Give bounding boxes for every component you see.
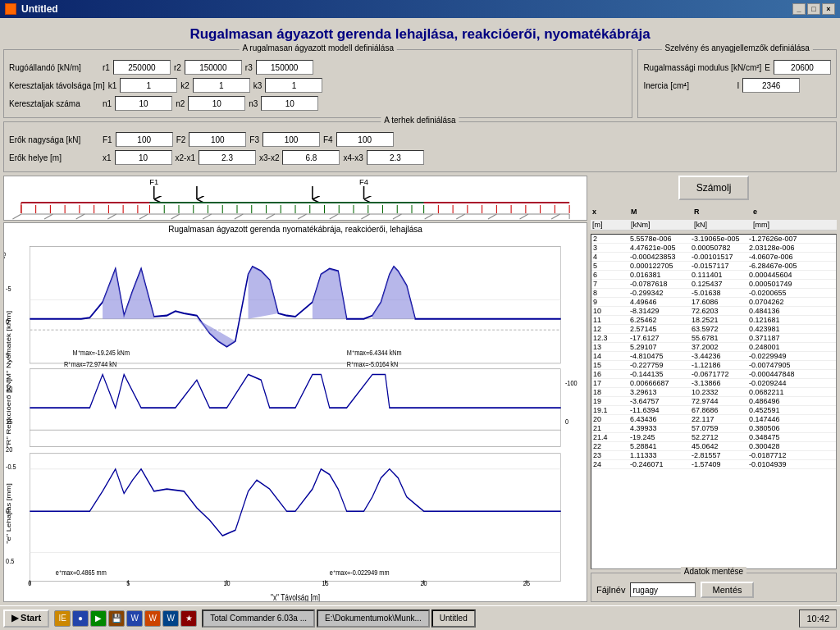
r1-input[interactable]: [113, 60, 171, 75]
svg-line-53: [76, 214, 84, 219]
taskbar-task-3[interactable]: Untitled: [431, 609, 476, 628]
i-input[interactable]: [742, 78, 800, 93]
k3-input[interactable]: [265, 78, 322, 93]
taskbar-icon-7[interactable]: W: [162, 610, 179, 627]
col-e-header: e: [753, 208, 831, 216]
svg-line-52: [44, 214, 52, 219]
results-table[interactable]: 2 5.5578e-006 -3.19065e-005 -1.27626e-00…: [591, 234, 837, 569]
svg-text:e⁺max=-0.022949 mm: e⁺max=-0.022949 mm: [330, 568, 390, 577]
taskbar-icon-5[interactable]: W: [126, 610, 143, 627]
svg-text:R⁺max=72.9744 kN: R⁺max=72.9744 kN: [64, 359, 116, 368]
taskbar-icon-8[interactable]: ★: [180, 610, 197, 627]
f3-input[interactable]: [262, 132, 320, 147]
taskbar-icons: IE ● ▶ 💾 W W W ★: [54, 610, 197, 627]
unit-e: [mm]: [753, 221, 831, 229]
x2x1-input[interactable]: [199, 150, 256, 165]
svg-line-51: [12, 214, 21, 219]
svg-line-55: [139, 214, 148, 219]
svg-text:e⁺max=0.4865 mm: e⁺max=0.4865 mm: [56, 568, 107, 577]
cross-num-row: Keresztaljak száma n1 n2 n3: [9, 96, 627, 111]
table-row: 12 2.57145 63.5972 0.423981: [591, 325, 836, 334]
cross-dist-row: Keresztaljak távolsága [m] k1 k2 k3: [9, 78, 627, 93]
chart-panel: Rugalmasan ágyazott gerenda nyomatékábrá…: [3, 222, 587, 602]
k1-input[interactable]: [120, 78, 177, 93]
table-row: 18 3.29613 10.2332 0.0682211: [591, 388, 836, 397]
unit-r: [kN]: [694, 221, 751, 229]
spring-label: Rugóállandó [kN/m]: [9, 63, 99, 72]
table-row: 19 -3.64757 72.9744 0.486496: [591, 397, 836, 406]
table-row: 21 4.39933 57.0759 0.380506: [591, 424, 836, 433]
e-label: E: [765, 63, 770, 72]
table-row: 16 -0.144135 -0.0671772 -0.000447848: [591, 370, 836, 379]
svg-line-60: [298, 214, 306, 219]
x1-input[interactable]: [115, 150, 172, 165]
main-content: F1 F4: [3, 176, 837, 602]
table-row: 17 0.00666687 -3.13866 -0.0209244: [591, 379, 836, 388]
taskbar-icon-1[interactable]: IE: [54, 610, 71, 627]
svg-line-59: [267, 214, 275, 219]
taskbar-icon-3[interactable]: ▶: [90, 610, 107, 627]
save-area-title: Adatok mentése: [681, 567, 746, 576]
table-row: 20 6.43436 22.117 0.147446: [591, 415, 836, 424]
filename-input[interactable]: [630, 582, 696, 597]
forces-row: Erők nagysága [kN] F1 F2 F3 F4: [9, 132, 831, 147]
x4x3-input[interactable]: [367, 150, 424, 165]
table-row: 9 4.49646 17.6086 0.0704262: [591, 298, 836, 307]
results-units-row: [m] [kNm] [kN] [mm]: [591, 220, 837, 231]
page-title: Rugalmasan ágyazott gerenda lehajlása, r…: [3, 26, 837, 43]
table-row: 7 -0.0787618 0.125437 0.000501749: [591, 280, 836, 289]
r3-label: r3: [245, 63, 253, 72]
table-row: 4 -0.000423853 -0.00101517 -4.0607e-006: [591, 253, 836, 262]
close-button[interactable]: ×: [822, 3, 835, 15]
svg-text:-0.5: -0.5: [6, 462, 16, 471]
k2-input[interactable]: [193, 78, 250, 93]
taskbar-icon-2[interactable]: ●: [72, 610, 89, 627]
window-content: Rugalmasan ágyazott gerenda lehajlása, r…: [0, 18, 840, 605]
svg-text:"M" Nyomaték [kNm]: "M" Nyomaték [kNm]: [5, 311, 12, 382]
f1-input[interactable]: [116, 132, 173, 147]
k1-label: k1: [108, 81, 117, 90]
maximize-button[interactable]: □: [807, 3, 820, 15]
f2-input[interactable]: [189, 132, 246, 147]
table-row: 6 0.016381 0.111401 0.000445604: [591, 271, 836, 280]
minimize-button[interactable]: _: [792, 3, 806, 15]
start-button[interactable]: ▶ Start: [3, 609, 49, 628]
svg-text:R⁺max=-5.0164 kN: R⁺max=-5.0164 kN: [347, 359, 399, 368]
model-panel-content: Rugóállandó [kN/m] r1 r2 r3 Keresztaljak…: [9, 60, 627, 111]
n1-input[interactable]: [115, 96, 172, 111]
unit-m: [kNm]: [631, 221, 692, 229]
taskbar-task-1[interactable]: Total Commander 6.03a ...: [202, 609, 315, 628]
cross-dist-label: Keresztaljak távolsága [m]: [9, 81, 105, 90]
f4-input[interactable]: [336, 132, 394, 147]
r2-label: r2: [174, 63, 181, 72]
r3-input[interactable]: [256, 60, 313, 75]
svg-line-67: [520, 214, 528, 219]
inertia-row: Inercia [cm⁴] I: [643, 78, 831, 93]
filename-label: Fájlnév: [596, 585, 625, 595]
svg-text:0: 0: [6, 506, 9, 515]
svg-text:-5: -5: [4, 252, 7, 259]
table-row: 12.3 -17.6127 55.6781 0.371187: [591, 334, 836, 343]
taskbar-task-2[interactable]: E:\Dokumentumok\Munk...: [317, 609, 430, 628]
beam-display: F1 F4: [3, 176, 587, 221]
x3x2-input[interactable]: [282, 150, 340, 165]
save-row: Fájlnév Mentés: [596, 582, 831, 598]
table-row: 8 -0.299342 -5.01638 -0.0200655: [591, 289, 836, 298]
load-panel-title: A terhek definiálása: [381, 116, 459, 125]
taskbar-icon-4[interactable]: 💾: [108, 610, 125, 627]
chart-svg: -5 -5 0 5 10 15 20 "M" Nyomaték [kNm]: [4, 235, 587, 602]
e-input[interactable]: [774, 60, 831, 75]
model-panel-title: A rugalmasan ágyazott modell definiálása: [239, 43, 397, 52]
taskbar-icon-6[interactable]: W: [144, 610, 161, 627]
svg-text:-100: -100: [565, 378, 578, 387]
table-row: 10 -8.31429 72.6203 0.484136: [591, 307, 836, 316]
r2-input[interactable]: [185, 60, 242, 75]
x4x3-label: x4-x3: [343, 153, 363, 162]
table-row: 23 1.11333 -2.81557 -0.0187712: [591, 451, 836, 460]
n3-input[interactable]: [261, 96, 318, 111]
chart-title: Rugalmasan ágyazott gerenda nyomatékábrá…: [4, 225, 587, 234]
elastic-label: Rugalmassági modulus [kN/cm²]: [643, 63, 761, 72]
calculate-button[interactable]: Számolj: [678, 176, 750, 200]
n2-input[interactable]: [188, 96, 245, 111]
save-button[interactable]: Mentés: [701, 582, 753, 598]
